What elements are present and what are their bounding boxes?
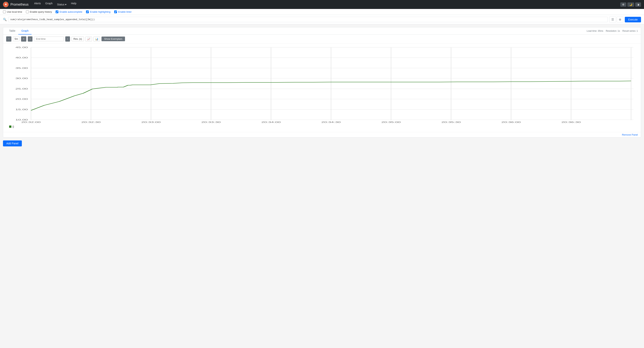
svg-text:15.00: 15.00: [16, 108, 28, 110]
legend-label: {}: [12, 125, 14, 128]
chart-area: 45.00 40.00 35.00 30.00 25.00 20.00 15.0…: [3, 44, 641, 132]
nav-status[interactable]: Status ▾: [55, 2, 68, 7]
svg-text:20:32:30: 20:32:30: [81, 121, 101, 123]
enable-linter-label: Enable linter: [118, 10, 132, 13]
svg-text:20.00: 20.00: [16, 98, 28, 100]
enable-highlighting-checkbox[interactable]: [86, 10, 89, 13]
remove-panel-link[interactable]: Remove Panel: [622, 133, 638, 136]
brand-name: Prometheus: [10, 2, 28, 6]
result-series: Result series: 1: [622, 30, 638, 32]
query-history-button[interactable]: ☰: [609, 16, 616, 22]
svg-text:45.00: 45.00: [16, 46, 28, 48]
line-chart-button[interactable]: 📈: [86, 36, 92, 42]
tab-graph[interactable]: Graph: [18, 28, 32, 34]
svg-text:20:33:00: 20:33:00: [142, 121, 161, 123]
tab-table[interactable]: Table: [6, 28, 18, 34]
query-panel: Table Graph Load time: 35ms Resolution: …: [3, 27, 641, 138]
svg-text:20:36:30: 20:36:30: [561, 121, 581, 123]
brand-logo[interactable]: Prometheus: [3, 2, 28, 7]
svg-text:20:33:30: 20:33:30: [201, 121, 221, 123]
enable-autocomplete-checkbox[interactable]: [56, 10, 58, 13]
svg-text:20:36:00: 20:36:00: [502, 121, 521, 123]
query-input[interactable]: [8, 17, 608, 22]
svg-text:40.00: 40.00: [16, 56, 28, 59]
svg-text:10.00: 10.00: [16, 118, 28, 121]
svg-text:35.00: 35.00: [16, 67, 28, 69]
nav-help[interactable]: Help: [69, 1, 78, 6]
enable-autocomplete-label: Enable autocomplete: [60, 10, 82, 13]
panel-meta: Load time: 35ms Resolution: 1s Result se…: [587, 30, 638, 32]
chart-svg-wrapper: 45.00 40.00 35.00 30.00 25.00 20.00 15.0…: [6, 46, 638, 124]
enable-linter-checkbox[interactable]: [114, 10, 117, 13]
svg-text:30.00: 30.00: [16, 77, 28, 80]
theme-dark-button[interactable]: 🌙: [628, 2, 634, 7]
enable-highlighting-label: Enable highlighting: [90, 10, 110, 13]
add-panel-section: Add Panel: [0, 140, 644, 150]
svg-text:20:35:00: 20:35:00: [381, 121, 401, 123]
duration-display: 5m: [13, 36, 20, 41]
panel-footer: Remove Panel: [3, 132, 641, 137]
options-bar: Use local time Enable query history Enab…: [0, 9, 644, 15]
main-nav: Alerts Graph Status ▾ Help: [32, 2, 78, 7]
query-actions: ☰ ⊕: [609, 16, 623, 22]
svg-rect-1: [6, 46, 638, 124]
execute-button[interactable]: Execute: [625, 17, 641, 22]
theme-auto-button[interactable]: ◑: [635, 2, 641, 7]
end-time-input[interactable]: [34, 36, 64, 41]
enable-highlighting-option[interactable]: Enable highlighting: [86, 10, 110, 13]
legend-color-swatch: [9, 126, 12, 128]
enable-autocomplete-option[interactable]: Enable autocomplete: [56, 10, 82, 13]
enable-query-history-checkbox[interactable]: [26, 10, 29, 13]
theme-switcher: ⚙ 🌙 ◑: [620, 2, 641, 7]
enable-query-history-option[interactable]: Enable query history: [26, 10, 52, 13]
search-icon: 🔍: [3, 18, 7, 21]
svg-text:20:35:30: 20:35:30: [442, 121, 461, 123]
theme-light-button[interactable]: ⚙: [620, 2, 626, 7]
enable-linter-option[interactable]: Enable linter: [114, 10, 132, 13]
nav-alerts[interactable]: Alerts: [32, 1, 43, 6]
resolution-button[interactable]: Res. (s): [72, 36, 84, 41]
stacked-chart-button[interactable]: 📊: [94, 36, 100, 42]
panel-tabs: Table Graph Load time: 35ms Resolution: …: [3, 28, 641, 34]
zoom-in-button[interactable]: +: [21, 36, 26, 42]
nav-graph[interactable]: Graph: [44, 1, 54, 6]
add-panel-button[interactable]: Add Panel: [3, 140, 22, 146]
zoom-out-button[interactable]: −: [6, 36, 12, 42]
next-time-button[interactable]: ›: [65, 36, 70, 42]
navbar: Prometheus Alerts Graph Status ▾ Help ⚙ …: [0, 0, 644, 9]
enable-query-history-label: Enable query history: [30, 10, 52, 13]
show-exemplars-button[interactable]: Show Exemplars: [102, 36, 125, 41]
prev-time-button[interactable]: ‹: [28, 36, 32, 42]
use-local-time-option[interactable]: Use local time: [3, 10, 22, 13]
metrics-explorer-button[interactable]: ⊕: [617, 16, 623, 22]
prometheus-logo-icon: [3, 2, 8, 7]
svg-text:20:34:00: 20:34:00: [261, 121, 281, 123]
use-local-time-checkbox[interactable]: [3, 10, 6, 13]
svg-text:25.00: 25.00: [16, 88, 28, 90]
dropdown-caret-icon: ▾: [65, 3, 66, 6]
chart-legend: {}: [6, 124, 638, 130]
use-local-time-label: Use local time: [7, 10, 22, 13]
svg-text:20:32:00: 20:32:00: [21, 121, 41, 123]
graph-controls: − 5m + ‹ › Res. (s) 📈 📊 Show Exemplars: [3, 34, 641, 44]
line-chart: 45.00 40.00 35.00 30.00 25.00 20.00 15.0…: [6, 46, 638, 124]
load-time: Load time: 35ms: [587, 30, 603, 32]
query-bar: 🔍 ☰ ⊕ Execute: [0, 15, 644, 24]
resolution: Resolution: 1s: [606, 30, 620, 32]
svg-text:20:34:30: 20:34:30: [322, 121, 341, 123]
